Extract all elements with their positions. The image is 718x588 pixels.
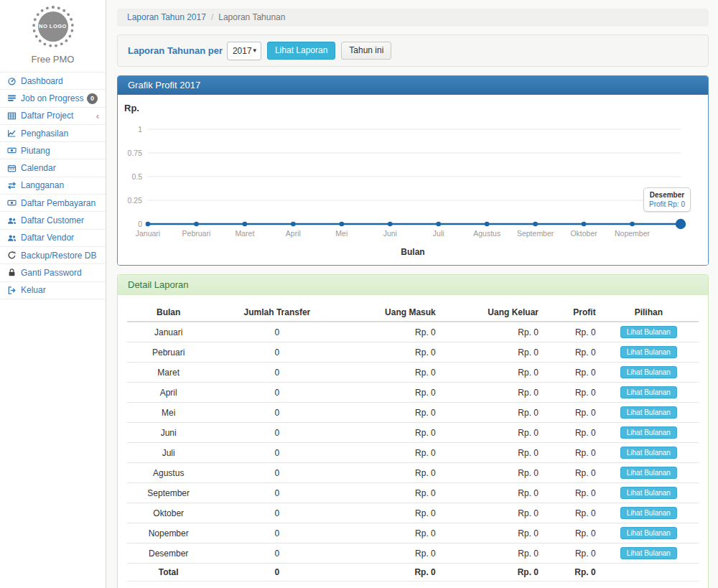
report-filter-panel: Laporan Tahunan per 2017 ▼ Lihat Laporan… <box>117 34 709 67</box>
svg-text:Juli: Juli <box>433 229 444 238</box>
lihat-bulanan-button[interactable]: Lihat Bulanan <box>620 406 677 419</box>
breadcrumb: Laporan Tahun 2017/Laporan Tahunan <box>117 9 709 27</box>
cell-jumlah-transfer: 0 <box>210 363 344 383</box>
cell-jumlah-transfer: 0 <box>210 483 344 503</box>
cell-pilihan: Lihat Bulanan <box>599 543 699 564</box>
cell-jumlah-transfer: 0 <box>210 383 344 403</box>
total-cell: 0 <box>210 564 344 582</box>
cell-profit: Rp. 0 <box>541 363 599 383</box>
exchange-icon <box>6 180 17 191</box>
total-cell: Rp. 0 <box>344 564 438 582</box>
cell-pilihan: Lihat Bulanan <box>599 423 699 443</box>
app-window: NO LOGO Free PMO DashboardJob on Progres… <box>0 0 718 588</box>
sidebar-item-daftar-customer[interactable]: Daftar Customer <box>0 212 106 229</box>
column-header-uang-keluar: Uang Keluar <box>439 304 541 322</box>
brand-area: NO LOGO Free PMO <box>0 0 106 72</box>
total-cell <box>599 564 699 582</box>
year-select[interactable]: 2017 ▼ <box>227 42 261 60</box>
lihat-bulanan-button[interactable]: Lihat Bulanan <box>620 507 677 519</box>
svg-text:September: September <box>517 229 554 238</box>
cell-jumlah-transfer: 0 <box>210 503 344 523</box>
lihat-bulanan-button[interactable]: Lihat Bulanan <box>620 527 677 539</box>
cell-jumlah-transfer: 0 <box>210 543 344 564</box>
table-row: Oktober0Rp. 0Rp. 0Rp. 0Lihat Bulanan <box>127 503 699 523</box>
lihat-bulanan-button[interactable]: Lihat Bulanan <box>620 487 677 499</box>
detail-report-panel: Detail Laporan BulanJumlah TransferUang … <box>117 274 709 588</box>
breadcrumb-link-laporan-tahun[interactable]: Laporan Tahun 2017 <box>127 12 206 22</box>
line-chart-icon <box>6 128 17 139</box>
cell-uang-masuk: Rp. 0 <box>344 463 438 483</box>
cell-bulan: Desember <box>127 543 210 564</box>
profit-line-chart: 10.750.50.250JanuariPebruariMaretAprilMe… <box>118 95 708 265</box>
lihat-bulanan-button[interactable]: Lihat Bulanan <box>620 547 677 559</box>
cell-uang-masuk: Rp. 0 <box>344 322 438 342</box>
cell-jumlah-transfer: 0 <box>210 403 344 423</box>
sidebar-item-keluar[interactable]: Keluar <box>0 282 106 299</box>
cell-pilihan: Lihat Bulanan <box>599 363 699 383</box>
cell-bulan: Oktober <box>127 503 210 523</box>
cell-profit: Rp. 0 <box>541 503 599 523</box>
table-row: Pebruari0Rp. 0Rp. 0Rp. 0Lihat Bulanan <box>127 342 699 363</box>
cell-uang-keluar: Rp. 0 <box>439 322 541 342</box>
lihat-bulanan-button[interactable]: Lihat Bulanan <box>620 426 677 439</box>
sidebar-item-label: Daftar Pembayaran <box>21 198 95 208</box>
cell-pilihan: Lihat Bulanan <box>599 322 699 342</box>
table-header-row: BulanJumlah TransferUang MasukUang Kelua… <box>127 304 699 322</box>
tooltip-value: Profit Rp: 0 <box>649 200 685 208</box>
sidebar-item-ganti-password[interactable]: Ganti Password <box>0 264 106 281</box>
lihat-bulanan-button[interactable]: Lihat Bulanan <box>620 447 677 459</box>
sidebar-item-label: Daftar Customer <box>21 215 84 225</box>
svg-text:Januari: Januari <box>136 229 160 238</box>
sidebar-item-backup-restore-db[interactable]: Backup/Restore DB <box>0 247 106 264</box>
sidebar-item-job-on-progress[interactable]: Job on Progress0 <box>0 90 106 107</box>
cell-uang-masuk: Rp. 0 <box>344 342 438 363</box>
svg-text:Pebruari: Pebruari <box>182 229 211 238</box>
cell-uang-keluar: Rp. 0 <box>439 423 541 443</box>
svg-text:0.5: 0.5 <box>131 172 142 181</box>
cell-profit: Rp. 0 <box>541 463 599 483</box>
lihat-bulanan-button[interactable]: Lihat Bulanan <box>620 467 677 479</box>
cell-uang-masuk: Rp. 0 <box>344 403 438 423</box>
cell-uang-masuk: Rp. 0 <box>344 423 438 443</box>
total-cell: Total <box>127 564 210 582</box>
sidebar-item-calendar[interactable]: Calendar <box>0 159 106 177</box>
cell-uang-masuk: Rp. 0 <box>344 363 438 383</box>
cell-bulan: September <box>127 483 210 503</box>
svg-text:1: 1 <box>138 125 142 134</box>
chart-tooltip: Desember Profit Rp: 0 <box>643 187 691 212</box>
cell-pilihan: Lihat Bulanan <box>599 463 699 483</box>
svg-text:Juni: Juni <box>383 229 397 238</box>
sidebar-item-penghasilan[interactable]: Penghasilan <box>0 125 106 142</box>
sidebar-item-daftar-vendor[interactable]: Daftar Vendor <box>0 230 106 247</box>
sidebar-item-dashboard[interactable]: Dashboard <box>0 73 106 90</box>
sidebar-item-daftar-pembayaran[interactable]: Daftar Pembayaran <box>0 195 106 212</box>
lihat-bulanan-button[interactable]: Lihat Bulanan <box>620 386 677 398</box>
users-icon <box>6 233 17 243</box>
breadcrumb-separator: / <box>211 12 213 22</box>
chart-panel-title: Grafik Profit 2017 <box>118 76 708 95</box>
cell-uang-masuk: Rp. 0 <box>344 543 438 564</box>
lihat-bulanan-button[interactable]: Lihat Bulanan <box>620 346 677 358</box>
users-icon <box>6 215 17 226</box>
lihat-bulanan-button[interactable]: Lihat Bulanan <box>620 366 677 378</box>
cell-bulan: Mei <box>127 403 210 423</box>
cell-bulan: Agustus <box>127 463 210 483</box>
year-select-value: 2017 <box>233 46 252 56</box>
sign-out-icon <box>6 285 17 296</box>
svg-text:Nopember: Nopember <box>615 229 651 238</box>
sidebar-item-label: Ganti Password <box>21 268 82 278</box>
tahun-ini-button[interactable]: Tahun ini <box>341 42 391 60</box>
money-icon <box>6 197 17 208</box>
calendar-icon <box>6 163 17 174</box>
sidebar-item-daftar-project[interactable]: Daftar Project‹ <box>0 108 106 125</box>
sidebar-item-piutang[interactable]: Piutang <box>0 142 106 159</box>
sidebar-item-langganan[interactable]: Langganan <box>0 177 106 195</box>
cell-bulan: April <box>127 383 210 403</box>
sidebar-item-label: Piutang <box>21 146 50 156</box>
dashboard-icon <box>6 75 17 86</box>
cell-pilihan: Lihat Bulanan <box>599 523 699 543</box>
lihat-bulanan-button[interactable]: Lihat Bulanan <box>620 326 677 338</box>
cell-jumlah-transfer: 0 <box>210 523 344 543</box>
total-cell: Rp. 0 <box>541 564 599 582</box>
lihat-laporan-button[interactable]: Lihat Laporan <box>267 42 335 60</box>
